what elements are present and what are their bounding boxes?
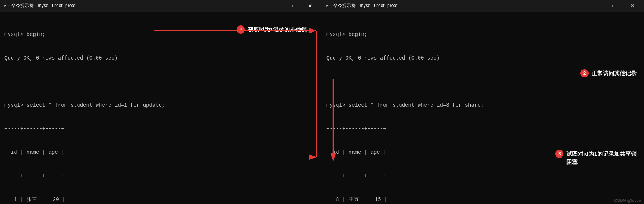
left-terminal-content: mysql> begin; Query OK, 0 rows affected … (0, 12, 322, 204)
left-table-top: +----+------+-----+ (4, 125, 317, 133)
annotation-1-text: 获取id为1记录的排他锁 (248, 26, 307, 33)
right-maximize-button[interactable]: □ (605, 0, 622, 12)
left-title-bar-left: C:\ 命令提示符 - mysql -uroot -proot (3, 3, 75, 9)
left-window-controls[interactable]: ─ □ ✕ (264, 0, 319, 12)
right-terminal-content: mysql> begin; Query OK, 0 rows affected … (322, 12, 644, 204)
cmd-icon: C:\ (3, 3, 9, 9)
right-line-blank1 (326, 78, 640, 86)
right-window-controls[interactable]: ─ □ ✕ (586, 0, 641, 12)
right-table1-row: | 8 | 王五 | 15 | (326, 196, 640, 204)
right-line-2: Query OK, 0 rows affected (0.00 sec) (326, 54, 640, 62)
left-line-3: mysql> select * from student where id=1 … (4, 101, 317, 109)
right-minimize-button[interactable]: ─ (586, 0, 604, 12)
left-table-sep: +----+------+-----+ (4, 172, 317, 180)
minimize-button[interactable]: ─ (264, 0, 281, 12)
watermark: CSDN @lovoo (614, 198, 641, 203)
right-line-3: mysql> select * from student where id=8 … (326, 101, 640, 109)
right-title-bar: C:\ 命令提示符 - mysql -uroot -proot ─ □ ✕ (322, 0, 644, 12)
left-title-bar: C:\ 命令提示符 - mysql -uroot -proot ─ □ ✕ (0, 0, 322, 12)
left-table-row: | 1 | 张三 | 20 | (4, 196, 317, 204)
annotation-1-number: 1 (237, 25, 245, 34)
left-line-2: Query OK, 0 rows affected (0.00 sec) (4, 54, 317, 62)
annotation-1: 1 获取id为1记录的排他锁 (237, 25, 307, 34)
annotation-3: 3 试图对id为1的记录加共享锁 阻塞 (555, 150, 637, 166)
right-terminal-window: C:\ 命令提示符 - mysql -uroot -proot ─ □ ✕ my… (322, 0, 644, 204)
left-table-header: | id | name | age | (4, 149, 317, 156)
annotation-3-text-line1: 试图对id为1的记录加共享锁 (566, 150, 637, 158)
svg-text:C:\: C:\ (326, 5, 331, 9)
close-button[interactable]: ✕ (301, 0, 319, 12)
annotation-2: 2 正常访问其他记录 (580, 69, 637, 77)
left-window-title: 命令提示符 - mysql -uroot -proot (11, 3, 75, 9)
right-table1-sep: +----+------+-----+ (326, 172, 640, 180)
right-cmd-icon: C:\ (325, 3, 331, 9)
svg-text:C:\: C:\ (4, 5, 9, 9)
right-window-title: 命令提示符 - mysql -uroot -proot (333, 3, 397, 9)
annotation-2-text: 正常访问其他记录 (592, 70, 637, 77)
left-terminal-window: C:\ 命令提示符 - mysql -uroot -proot ─ □ ✕ my… (0, 0, 322, 204)
right-close-button[interactable]: ✕ (624, 0, 641, 12)
annotation-3-text-line2: 阻塞 (566, 159, 578, 166)
annotation-3-number: 3 (555, 150, 564, 158)
annotation-2-number: 2 (580, 69, 589, 77)
right-title-bar-left: C:\ 命令提示符 - mysql -uroot -proot (325, 3, 397, 9)
left-line-blank1 (4, 78, 317, 86)
right-line-1: mysql> begin; (326, 31, 640, 39)
maximize-button[interactable]: □ (283, 0, 300, 12)
right-table1-top: +----+------+-----+ (326, 125, 640, 133)
